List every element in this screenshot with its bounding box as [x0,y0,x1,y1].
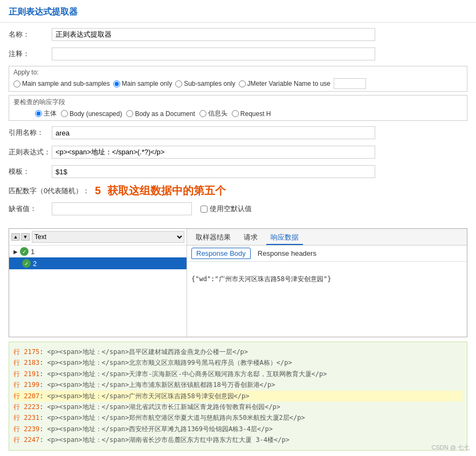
template-input[interactable] [52,165,375,178]
watermark: CSDN @ 七七 [432,444,470,452]
line-num-2183: 行 2183 [13,359,39,366]
response-empty-line [191,265,463,275]
use-default-checkbox-row[interactable]: 使用空默认值 [201,204,252,214]
line-num-2175: 行 2175 [13,348,39,356]
panel-arrows: ▲ ▼ [11,233,30,241]
tab-response-data[interactable]: 响应数据 [266,231,303,245]
line-content-2231: : <p><span>地址：</span>郑州市航空港区华夏大道与慈航路向东50… [39,414,305,421]
match-number-row: 匹配数字（0代表随机）： 5 获取这组数据中的第五个 [9,183,467,198]
apply-radio-main-sub-input[interactable] [13,80,20,87]
use-default-label: 使用空默认值 [210,204,252,214]
regex-label: 正则表达式： [9,147,52,157]
resp-radio-body-unescaped-label: Body (unescaped) [70,110,122,118]
comment-input[interactable] [52,47,375,60]
chevron-right-icon: ▶ [13,249,18,255]
apply-to-label: Apply to: [13,69,463,76]
resp-radio-request-h[interactable]: Request H [232,110,271,118]
template-row: 模板： [9,164,467,179]
line-num-2207: 行 2207 [13,392,39,400]
result-line-2199: 行 2199: <p><span>地址：</span>上海市浦东新区航张镇航都路… [13,379,463,390]
name-label: 名称： [9,30,52,39]
resp-radio-body-unescaped-input[interactable] [61,110,68,117]
resp-tab-headers[interactable]: Response headers [253,248,321,259]
comment-label: 注释： [9,49,52,59]
main-container: 正则表达式提取器 名称： 注释： Apply to: Main sample a… [0,0,476,456]
response-field-radio-group: 主体 Body (unescaped) Body as a Document 信… [13,109,463,118]
line-num-2223: 行 2223 [13,403,39,411]
match-number-value: 5 [95,185,101,197]
ref-name-input[interactable] [52,126,375,139]
tab-request[interactable]: 请求 [239,231,262,245]
apply-radio-sub-only-label: Sub-samples only [184,80,235,87]
tree-item-1-label: 1 [31,248,35,256]
line-content-2191: : <p><span>地址：</span>天津市-滨海新区-中心商务区顺河路东方… [39,370,327,378]
default-input[interactable] [52,202,192,215]
line-content-2175: : <p><span>地址：</span>昌平区建材城西路金燕龙办公楼一层</p… [39,348,248,356]
result-line-2207: 行 2207: <p><span>地址：</span>广州市天河区珠吉路58号津… [13,391,463,401]
line-num-2191: 行 2191 [13,370,39,378]
line-content-2247: : <p><span>地址：</span>湖南省长沙市岳麓区东方红中路东方红大厦… [39,436,289,444]
tab-sampler-result[interactable]: 取样器结果 [191,231,235,245]
resp-radio-body-unescaped[interactable]: Body (unescaped) [61,110,122,118]
tree-item-1[interactable]: ▶ 1 [9,246,187,257]
response-field-label: 要检查的响应字段 [13,98,463,107]
resp-radio-info-head-input[interactable] [199,110,206,117]
resp-radio-zhuti[interactable]: 主体 [35,109,57,118]
resp-radio-request-h-input[interactable] [232,110,239,117]
name-input[interactable] [52,28,375,41]
response-tabs-row: Response Body Response headers [187,246,467,262]
line-content-2199: : <p><span>地址：</span>上海市浦东新区航张镇航都路18号万香创… [39,381,275,389]
match-number-desc: 获取这组数据中的第五个 [107,183,226,198]
apply-radio-main-only-input[interactable] [113,80,120,87]
line-num-2247: 行 2247 [13,436,39,444]
apply-radio-main-only-label: Main sample only [122,80,172,87]
shield-icon-1 [20,247,29,256]
name-row: 名称： [9,27,467,42]
arrow-down-btn[interactable]: ▼ [21,233,30,241]
apply-radio-main-sub[interactable]: Main sample and sub-samples [13,80,110,87]
apply-radio-main-sub-label: Main sample and sub-samples [22,80,110,87]
line-num-2199: 行 2199 [13,381,39,389]
panel-content: ▲ ▼ Text ▶ 1 2 [9,229,467,337]
result-line-2175: 行 2175: <p><span>地址：</span>昌平区建材城西路金燕龙办公… [13,346,463,357]
result-line-2191: 行 2191: <p><span>地址：</span>天津市-滨海新区-中心商务… [13,369,463,379]
right-panel: 取样器结果 请求 响应数据 Response Body Response hea… [187,229,467,337]
use-default-checkbox[interactable] [201,206,208,213]
comment-row: 注释： [9,46,467,62]
bottom-panel: ▲ ▼ Text ▶ 1 2 [9,228,467,337]
text-type-select[interactable]: Text [32,231,184,243]
result-line-2183: 行 2183: <p><span>地址：</span>北京市顺义区京顺路99号黑… [13,357,463,368]
resp-radio-zhuti-input[interactable] [35,110,42,117]
match-number-label: 匹配数字（0代表随机）： [9,186,95,196]
line-content-2223: : <p><span>地址：</span>湖北省武汉市长江新城区青龙路传智教育科… [39,403,280,411]
line-num-2231: 行 2231 [13,414,39,421]
apply-radio-main-only[interactable]: Main sample only [113,80,172,87]
regex-row: 正则表达式： [9,145,467,160]
resp-tab-body[interactable]: Response Body [191,248,251,259]
dropdown-row: ▲ ▼ Text [9,229,187,246]
apply-radio-jmeter-var[interactable]: JMeter Variable Name to use [239,80,331,87]
result-line-2239: 行 2239: <p><span>地址：</span>西安经开区草滩九路1369… [13,424,463,434]
apply-radio-sub-only[interactable]: Sub-samples only [175,80,235,87]
resp-radio-zhuti-label: 主体 [44,109,57,118]
jmeter-var-input[interactable] [334,78,366,89]
tree-item-2[interactable]: 2 [9,257,187,269]
apply-to-section: Apply to: Main sample and sub-samples Ma… [9,66,467,92]
shield-icon-2 [22,259,31,268]
resp-radio-body-doc-input[interactable] [126,110,133,117]
result-line-2247: 行 2247: <p><span>地址：</span>湖南省长沙市岳麓区东方红中… [13,434,463,445]
resp-radio-info-head-label: 信息头 [208,109,227,118]
resp-radio-body-doc[interactable]: Body as a Document [126,110,195,118]
default-value-row: 缺省值： 使用空默认值 [9,202,467,215]
regex-input[interactable] [52,146,375,159]
apply-radio-jmeter-var-input[interactable] [239,80,246,87]
line-content-2183: : <p><span>地址：</span>北京市顺义区京顺路99号黑马程序员（教… [39,359,292,366]
resp-radio-body-doc-label: Body as a Document [135,110,195,118]
apply-radio-sub-only-input[interactable] [175,80,182,87]
arrow-up-btn[interactable]: ▲ [11,233,20,241]
template-label: 模板： [9,167,52,176]
tabs-row: 取样器结果 请求 响应数据 [187,229,467,246]
line-content-2239: : <p><span>地址：</span>西安经开区草滩九路1369号绘锦园A栋… [39,425,273,433]
result-line-2223: 行 2223: <p><span>地址：</span>湖北省武汉市长江新城区青龙… [13,401,463,412]
resp-radio-info-head[interactable]: 信息头 [199,109,227,118]
